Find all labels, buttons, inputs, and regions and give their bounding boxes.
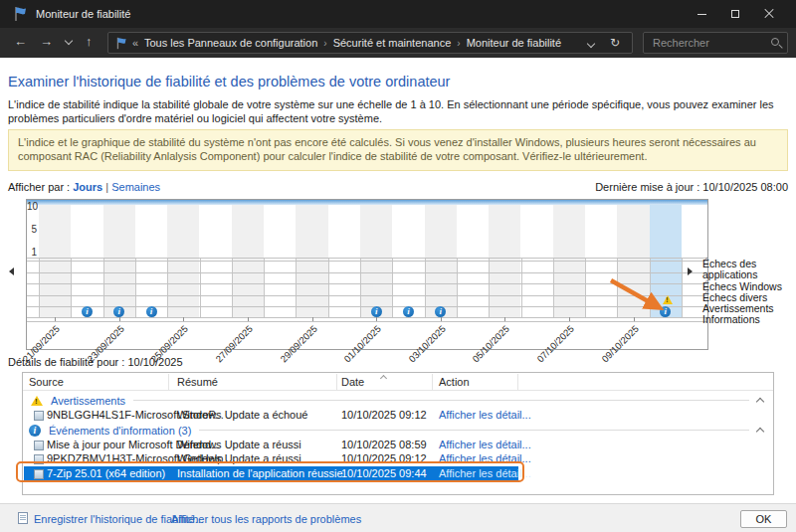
group-label: Événements d'information (3) bbox=[49, 425, 191, 437]
last-update-text: Dernière mise à jour : 10/10/2025 08:00 bbox=[595, 181, 788, 193]
view-details-link[interactable]: Afficher les détail... bbox=[439, 467, 531, 479]
chart-x-tick bbox=[183, 317, 184, 321]
chart-row-label: Échecs des applications bbox=[702, 259, 796, 281]
chart-grid-vline bbox=[264, 258, 265, 317]
cell-date: 10/10/2025 09:44 bbox=[341, 467, 427, 479]
chart-x-tick bbox=[504, 317, 505, 321]
table-header[interactable]: SourceRésuméDateAction bbox=[23, 373, 773, 391]
table-row[interactable]: 9PKDZBMV1H3T-Microsoft.GetHelpWindows Up… bbox=[23, 451, 773, 466]
chart-grid-hline bbox=[27, 317, 707, 318]
application-icon bbox=[34, 469, 44, 479]
column-header-résumé[interactable]: Résumé bbox=[177, 376, 218, 388]
breadcrumb-item[interactable]: Moniteur de fiabilité bbox=[467, 37, 561, 49]
chart-scroll-right-arrow[interactable] bbox=[688, 267, 693, 275]
application-icon bbox=[34, 441, 44, 450]
chart-date-label: 27/09/2025 bbox=[207, 323, 254, 370]
up-button[interactable]: ↑ bbox=[86, 34, 93, 49]
close-icon bbox=[764, 9, 774, 19]
chart-grid-vline bbox=[135, 258, 136, 317]
sort-ascending-icon bbox=[380, 375, 387, 382]
column-separator bbox=[168, 374, 169, 390]
column-separator bbox=[517, 374, 518, 390]
cell-summary: Installation de l'application réussie bbox=[177, 467, 343, 479]
view-by-bar: Afficher par : Jours | Semaines Dernière… bbox=[8, 181, 788, 193]
search-icon[interactable] bbox=[771, 38, 779, 46]
chart-grid-vline bbox=[392, 258, 393, 317]
view-all-reports-link[interactable]: Afficher tous les rapports de problèmes bbox=[171, 513, 361, 525]
minimize-icon bbox=[697, 14, 706, 15]
table-row[interactable]: 9NBLGGH4LS1F-Microsoft.StoreP...Windows … bbox=[23, 408, 773, 423]
rac-notice-banner: L'indice et le graphique de stabilité du… bbox=[8, 129, 788, 171]
back-button[interactable]: ← bbox=[14, 34, 27, 49]
title-bar: Moniteur de fiabilité bbox=[0, 0, 796, 28]
view-weeks-link[interactable]: Semaines bbox=[111, 181, 160, 193]
chart-grid-vline bbox=[650, 258, 651, 317]
chart-x-tick bbox=[634, 317, 635, 321]
search-input[interactable]: Rechercher bbox=[643, 32, 788, 54]
chart-grid-hline bbox=[27, 272, 707, 273]
chart-grid-hline bbox=[27, 283, 707, 284]
footer-bar: Enregistrer l'historique de fiabilité...… bbox=[0, 503, 796, 532]
chart-date-label: 29/09/2025 bbox=[272, 323, 318, 370]
collapse-chevron-icon[interactable] bbox=[756, 428, 764, 436]
warning-group-icon: ! bbox=[31, 396, 43, 406]
chart-x-tick bbox=[119, 317, 120, 321]
chart-grid-hline bbox=[27, 258, 707, 259]
table-group-row[interactable]: !Avertissements bbox=[23, 393, 773, 408]
breadcrumb: Tous les Panneaux de configuration›Sécur… bbox=[144, 37, 561, 49]
chart-scroll-left-arrow[interactable] bbox=[9, 267, 14, 275]
chart-grid-vline bbox=[682, 258, 683, 317]
chart-x-tick bbox=[55, 317, 56, 321]
chart-grid-vline bbox=[296, 258, 297, 317]
reliability-chart: 105121/09/202523/09/202525/09/202527/09/… bbox=[26, 199, 708, 350]
ok-button[interactable]: OK bbox=[740, 510, 787, 528]
chart-date-label: 07/10/2025 bbox=[528, 323, 575, 370]
chart-grid-vline bbox=[71, 258, 72, 317]
table-row[interactable]: 7-Zip 25.01 (x64 edition)Installation de… bbox=[23, 466, 773, 481]
forward-button[interactable]: → bbox=[40, 34, 53, 49]
chart-x-tick bbox=[441, 317, 442, 321]
address-bar[interactable]: « Tous les Panneaux de configuration›Séc… bbox=[107, 32, 633, 54]
table-group-row[interactable]: iÉvénements d'information (3) bbox=[23, 423, 773, 438]
cell-source: 7-Zip 25.01 (x64 edition) bbox=[47, 467, 165, 479]
view-days-link[interactable]: Jours bbox=[73, 181, 102, 193]
view-details-link[interactable]: Afficher les détail... bbox=[439, 409, 531, 421]
intro-text: L'indice de stabilité indique la stabili… bbox=[8, 98, 790, 125]
column-header-action[interactable]: Action bbox=[439, 376, 470, 388]
chart-grid-vline bbox=[457, 258, 458, 317]
breadcrumb-item[interactable]: Tous les Panneaux de configuration bbox=[144, 37, 317, 49]
recent-pages-chevron-icon[interactable] bbox=[65, 37, 73, 45]
column-header-date[interactable]: Date bbox=[341, 376, 364, 388]
refresh-button[interactable]: ↻ bbox=[610, 36, 620, 50]
chart-row-label: Informations bbox=[702, 314, 796, 325]
address-dropdown-chevron-icon[interactable] bbox=[587, 40, 595, 48]
cell-summary: Windows Update a réussi bbox=[177, 439, 301, 450]
search-placeholder: Rechercher bbox=[653, 37, 709, 49]
view-details-link[interactable]: Afficher les détail... bbox=[439, 439, 531, 450]
view-details-link[interactable]: Afficher les détail... bbox=[439, 452, 531, 464]
reliability-monitor-flag-icon bbox=[13, 6, 29, 22]
table-row[interactable]: Mise à jour pour Microsoft Defend...Wind… bbox=[23, 438, 773, 452]
warning-event-icon[interactable]: ! bbox=[663, 295, 673, 304]
info-event-icon[interactable]: i bbox=[371, 306, 382, 317]
maximize-button[interactable] bbox=[718, 0, 752, 28]
chart-grid-vline bbox=[167, 258, 168, 317]
breadcrumb-item[interactable]: Sécurité et maintenance bbox=[333, 37, 452, 49]
collapse-chevron-icon[interactable] bbox=[756, 398, 764, 406]
chart-x-tick bbox=[376, 317, 377, 321]
close-button[interactable] bbox=[752, 0, 786, 28]
application-icon bbox=[34, 411, 44, 421]
cell-date: 10/10/2025 08:59 bbox=[341, 439, 427, 450]
details-title: Détails de fiabilité pour : 10/10/2025 bbox=[8, 356, 183, 368]
chart-grid-vline bbox=[489, 258, 490, 317]
column-header-source[interactable]: Source bbox=[29, 376, 64, 388]
info-event-icon[interactable]: i bbox=[82, 306, 93, 317]
minimize-button[interactable] bbox=[685, 0, 718, 28]
info-event-icon[interactable]: i bbox=[403, 306, 414, 317]
group-label: Avertissements bbox=[51, 395, 125, 407]
chart-grid-vline bbox=[328, 258, 329, 317]
chart-date-label: 01/10/2025 bbox=[336, 323, 383, 370]
info-event-icon[interactable]: i bbox=[146, 306, 157, 317]
chart-grid-vline bbox=[553, 258, 554, 317]
chart-y-tick-label: 10 bbox=[27, 201, 37, 212]
